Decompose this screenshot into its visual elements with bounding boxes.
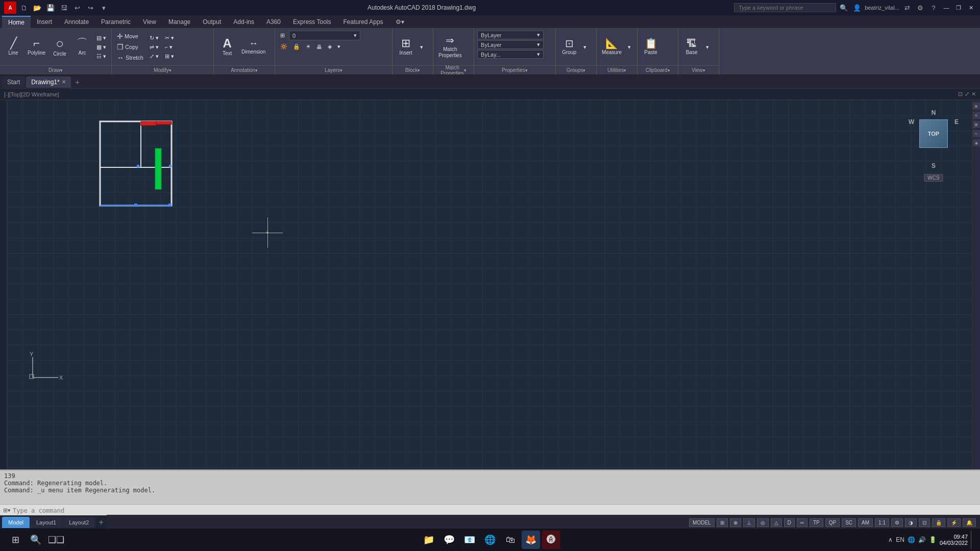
viewcube-top-face[interactable]: TOP — [919, 119, 948, 148]
layer-properties-button[interactable]: ⊞ — [278, 31, 287, 40]
settings-btn[interactable]: ⚙ — [891, 518, 903, 527]
grid-btn[interactable]: ⊞ — [717, 518, 728, 527]
show-desktop-btn[interactable] — [971, 531, 974, 549]
tab-addins[interactable]: Add-ins — [227, 16, 260, 28]
rs-btn-5[interactable]: ◈ — [973, 139, 980, 146]
scale-display[interactable]: 1:1 — [875, 518, 889, 527]
command-input[interactable] — [13, 507, 977, 514]
fillet-button[interactable]: ⌐ ▾ — [163, 43, 176, 52]
taskbar-globe[interactable]: 🌐 — [481, 531, 499, 549]
layout-tab-new[interactable]: + — [95, 517, 107, 528]
layer-btn-6[interactable]: ▾ — [335, 42, 342, 51]
doc-tab-drawing1[interactable]: Drawing1* ✕ — [26, 77, 70, 88]
hardware-btn[interactable]: ⚡ — [947, 518, 961, 527]
modify-group-label[interactable]: Modify — [112, 65, 213, 74]
match-properties-button[interactable]: ⇒ MatchProperties — [436, 34, 464, 60]
arc-button[interactable]: ⌒ Arc — [72, 37, 92, 57]
utilities-more[interactable]: ▾ — [626, 43, 633, 52]
qat-save[interactable]: 💾 — [45, 2, 56, 13]
match-group-label[interactable]: MatchProperties — [433, 65, 474, 74]
block-group-label[interactable]: Block — [393, 65, 433, 74]
qat-saveas[interactable]: 🖫 — [58, 2, 69, 13]
tab-parametric[interactable]: Parametric — [95, 16, 137, 28]
user-icon[interactable]: 👤 — [851, 2, 863, 13]
am-btn[interactable]: AM — [858, 518, 873, 527]
qp-btn[interactable]: QP — [825, 518, 840, 527]
lock-btn[interactable]: 🔒 — [932, 518, 945, 527]
search-button[interactable]: 🔍 — [27, 531, 45, 549]
doc-tab-start[interactable]: Start — [2, 77, 25, 88]
array-button[interactable]: ⊞ ▾ — [163, 52, 176, 61]
rs-btn-2[interactable]: ≡ — [973, 112, 980, 119]
layer-dropdown[interactable]: 0▾ — [289, 31, 360, 40]
canvas-area[interactable]: X Y N S E W TOP WCS — [7, 100, 972, 469]
rotate-button[interactable]: ↻ ▾ — [148, 34, 161, 42]
minimize-button[interactable]: — — [941, 3, 951, 13]
properties-group-label[interactable]: Properties — [474, 65, 555, 74]
measure-button[interactable]: 📐 Measure — [600, 37, 624, 57]
exchange-icon[interactable]: ⇄ — [901, 2, 913, 13]
tab-express[interactable]: Express Tools — [287, 16, 337, 28]
group-more[interactable]: ▾ — [581, 43, 589, 52]
prop-dropdown-1[interactable]: ByLayer▾ — [477, 31, 544, 39]
restore-button[interactable]: ❐ — [953, 3, 964, 13]
layout-tab-layout1[interactable]: Layout1 — [30, 517, 62, 528]
taskbar-mail[interactable]: 📧 — [460, 531, 479, 549]
draw-more-1[interactable]: ▤ ▾ — [94, 34, 108, 42]
snap-btn[interactable]: ⊕ — [730, 518, 741, 527]
rs-btn-1[interactable]: ⊕ — [973, 103, 980, 110]
taskbar-autocad[interactable]: 🅐 — [542, 531, 560, 549]
layers-group-label[interactable]: Layers — [275, 65, 392, 74]
paste-button[interactable]: 📋 Paste — [641, 37, 661, 57]
tab-manage[interactable]: Manage — [162, 16, 197, 28]
task-view-button[interactable]: ❑❑ — [47, 531, 65, 549]
layer-btn-5[interactable]: ◈ — [326, 42, 334, 51]
notification-btn[interactable]: 🔔 — [963, 518, 976, 527]
tab-view[interactable]: View — [137, 16, 162, 28]
base-button[interactable]: 🏗 Base — [681, 37, 702, 57]
stretch-button[interactable]: ↔ Stretch — [115, 53, 145, 63]
workspace-btn[interactable]: ⊡ — [919, 518, 930, 527]
tray-network[interactable]: 🌐 — [908, 536, 915, 543]
dyn-btn[interactable]: D — [784, 518, 795, 527]
close-button[interactable]: ✕ — [966, 3, 976, 13]
taskbar-firefox[interactable]: 🦊 — [522, 531, 540, 549]
layer-btn-4[interactable]: 🖶 — [314, 43, 324, 51]
tray-chevron[interactable]: ∧ — [888, 536, 893, 543]
taskbar-chat[interactable]: 💬 — [440, 531, 458, 549]
rs-btn-4[interactable]: ≈ — [973, 130, 980, 137]
layout-tab-layout2[interactable]: Layout2 — [63, 517, 95, 528]
tab-annotate[interactable]: Annotate — [58, 16, 95, 28]
draw-more-2[interactable]: ▦ ▾ — [94, 43, 108, 52]
viewport-restore[interactable]: ⊡ — [958, 91, 963, 97]
layer-btn-2[interactable]: 🔒 — [291, 42, 302, 51]
ortho-btn[interactable]: ⊥ — [743, 518, 755, 527]
group-button[interactable]: ⊡ Group — [559, 37, 579, 57]
doc-tab-drawing1-close[interactable]: ✕ — [62, 79, 66, 85]
utilities-group-label[interactable]: Utilities — [597, 65, 637, 74]
help-icon[interactable]: ? — [928, 2, 939, 13]
mirror-button[interactable]: ⇌ ▾ — [148, 43, 161, 52]
polar-btn[interactable]: ◎ — [757, 518, 769, 527]
prop-dropdown-2[interactable]: ByLayer▾ — [477, 40, 544, 49]
start-button[interactable]: ⊞ — [6, 531, 24, 549]
search-input[interactable] — [734, 3, 836, 12]
copy-button[interactable]: ❐ Copy — [115, 42, 145, 52]
rs-btn-3[interactable]: ⊞ — [973, 121, 980, 128]
tab-home[interactable]: Home — [2, 16, 31, 28]
qat-redo[interactable]: ↪ — [85, 2, 96, 13]
lw-btn[interactable]: ═ — [797, 518, 807, 527]
view-more[interactable]: ▾ — [704, 43, 711, 52]
osnap-btn[interactable]: △ — [771, 518, 782, 527]
taskbar-file-explorer[interactable]: 📁 — [420, 531, 438, 549]
block-more[interactable]: ▾ — [418, 43, 425, 52]
prop-dropdown-3[interactable]: ByLay...▾ — [477, 50, 544, 59]
draw-more-3[interactable]: ☷ ▾ — [94, 52, 108, 61]
tray-volume[interactable]: 🔊 — [918, 536, 926, 543]
tab-insert[interactable]: Insert — [31, 16, 58, 28]
annotation-group-label[interactable]: Annotation — [214, 65, 275, 74]
isolate-btn[interactable]: ◑ — [905, 518, 917, 527]
dimension-button[interactable]: ↔ Dimension — [239, 38, 267, 56]
sc-btn[interactable]: SC — [842, 518, 856, 527]
text-button[interactable]: A Text — [217, 36, 237, 58]
